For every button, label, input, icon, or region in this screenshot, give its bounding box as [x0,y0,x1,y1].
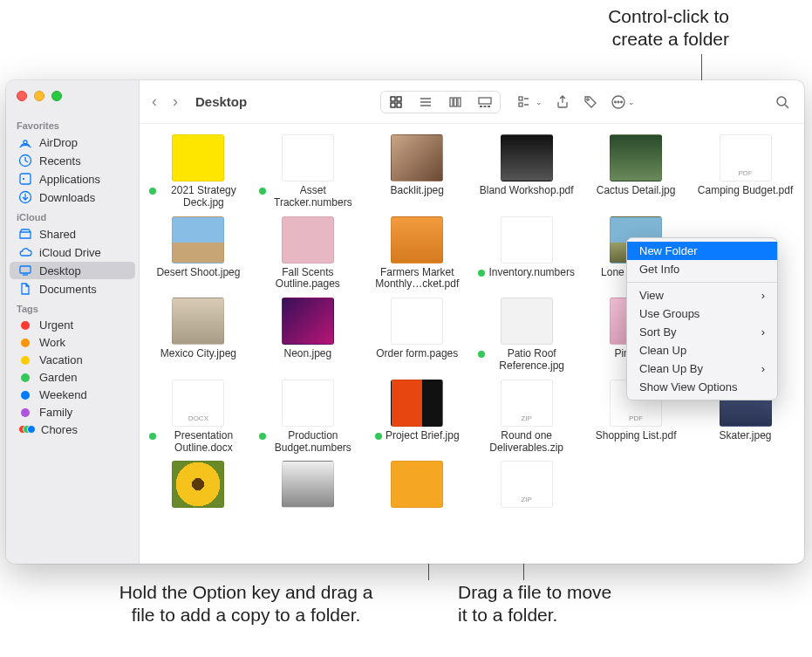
menu-item[interactable]: Clean Up By› [627,359,777,378]
file-item[interactable]: Bland Workshop.pdf [476,134,577,209]
sidebar-item-label: Family [39,406,72,419]
sidebar-item[interactable]: Work [10,334,135,351]
file-thumbnail [391,298,443,345]
file-item[interactable] [257,461,358,511]
callout-bottom-right: Drag a file to move it to a folder. [458,581,711,627]
menu-item[interactable]: Show View Options [627,378,777,396]
svg-rect-17 [458,98,461,106]
file-thumbnail [172,298,224,345]
airdrop-icon [18,135,32,149]
file-item[interactable]: Cactus Detail.jpg [585,134,686,209]
minimize-button[interactable] [34,91,44,101]
file-item[interactable]: Production Budget.numbers [257,380,358,455]
view-switcher[interactable] [380,91,501,113]
shared-icon [18,227,32,241]
sidebar-item-label: AirDrop [39,136,78,149]
file-item[interactable]: Desert Shoot.jpeg [147,216,249,291]
file-item[interactable]: Patio Roof Reference.jpg [476,298,577,373]
file-item[interactable]: Neon.jpeg [257,298,358,373]
file-item[interactable]: Fall Scents Outline.pages [257,216,358,291]
more-button[interactable]: ⌄ [607,92,638,113]
file-name: Round one Deliverables.zip [478,430,576,455]
file-item[interactable]: Mexico City.jpeg [147,298,249,373]
file-item[interactable]: Inventory.numbers [476,216,577,291]
file-item[interactable]: 2021 Strategy Deck.jpg [147,134,249,209]
menu-item[interactable]: Use Groups [627,305,777,323]
file-item[interactable]: Asset Tracker.numbers [257,134,358,209]
sidebar-item[interactable]: Desktop [10,262,135,279]
file-thumbnail [391,461,443,508]
sidebar-item[interactable]: Recents [10,152,135,169]
search-icon[interactable] [771,92,794,113]
file-item[interactable] [147,461,249,511]
clock-icon [18,154,32,168]
sidebar-item[interactable]: iCloud Drive [10,243,135,261]
file-item[interactable]: Farmers Market Monthly…cket.pdf [366,216,467,291]
doc-icon [18,282,32,296]
file-item[interactable]: Presentation Outline.docx [147,380,249,455]
file-thumbnail [391,380,443,427]
sidebar-item[interactable]: Family [10,404,135,421]
desktop-icon [18,263,32,277]
icon-view-icon[interactable] [381,92,411,113]
tag-dot-icon [21,391,30,400]
menu-item[interactable]: New Folder [627,242,777,260]
svg-point-30 [620,101,622,103]
callout-top: Control-click to create a folder [502,5,729,51]
sidebar-item[interactable]: Urgent [10,317,135,333]
sidebar-item[interactable]: Shared [10,225,135,243]
sidebar-item[interactable]: Downloads [10,188,135,206]
file-thumbnail [172,380,224,427]
sidebar-item[interactable]: Chores [10,421,135,438]
sidebar-item-label: Desktop [39,264,81,277]
menu-item-label: Clean Up By [639,362,703,375]
column-view-icon[interactable] [440,92,470,113]
file-item[interactable]: Project Brief.jpg [366,380,467,455]
toolbar: ‹ › Desktop ⌄ [140,80,804,124]
file-thumbnail [172,461,224,508]
file-item[interactable] [366,461,467,511]
maximize-button[interactable] [51,91,62,101]
file-item[interactable]: Order form.pages [366,298,467,373]
group-by-button[interactable]: ⌄ [515,92,546,113]
sidebar-item[interactable]: Applications [10,170,135,188]
share-button[interactable] [551,92,574,113]
svg-line-32 [785,105,788,108]
cloud-icon [18,245,32,259]
sidebar-item[interactable]: Weekend [10,387,135,403]
sidebar-item-label: Applications [39,173,100,186]
nav-back-icon[interactable]: ‹ [152,92,157,111]
menu-item[interactable]: Clean Up [627,341,777,359]
list-view-icon[interactable] [411,92,440,113]
window-controls [6,89,139,115]
menu-item[interactable]: View› [627,286,777,305]
nav-forward-icon[interactable]: › [173,92,178,111]
file-item[interactable]: Camping Budget.pdf [695,134,796,209]
file-thumbnail [501,216,553,263]
file-item[interactable]: Backlit.jpeg [366,134,467,209]
tag-dot-icon [21,321,30,330]
sidebar-item[interactable]: Garden [10,369,135,386]
window-title: Desktop [195,94,247,109]
svg-rect-9 [397,97,401,101]
svg-rect-16 [454,98,456,106]
file-thumbnail [282,134,334,181]
file-thumbnail [282,216,334,263]
tag-green-icon [375,433,382,440]
menu-item[interactable]: Get Info [627,260,777,278]
file-thumbnail [610,134,662,181]
sidebar-item[interactable]: Vacation [10,352,135,368]
svg-rect-18 [479,98,491,104]
file-thumbnail [720,134,772,181]
menu-item[interactable]: Sort By› [627,323,777,341]
file-item[interactable] [476,461,577,511]
sidebar-item[interactable]: AirDrop [10,133,135,151]
tag-button[interactable] [579,92,602,113]
close-button[interactable] [17,91,27,101]
sidebar-item[interactable]: Documents [10,280,135,298]
svg-rect-23 [519,103,522,106]
sidebar-item-label: Garden [39,371,77,384]
file-item[interactable]: Round one Deliverables.zip [476,380,577,455]
file-name: Desert Shoot.jpeg [156,267,240,279]
gallery-view-icon[interactable] [470,92,500,113]
